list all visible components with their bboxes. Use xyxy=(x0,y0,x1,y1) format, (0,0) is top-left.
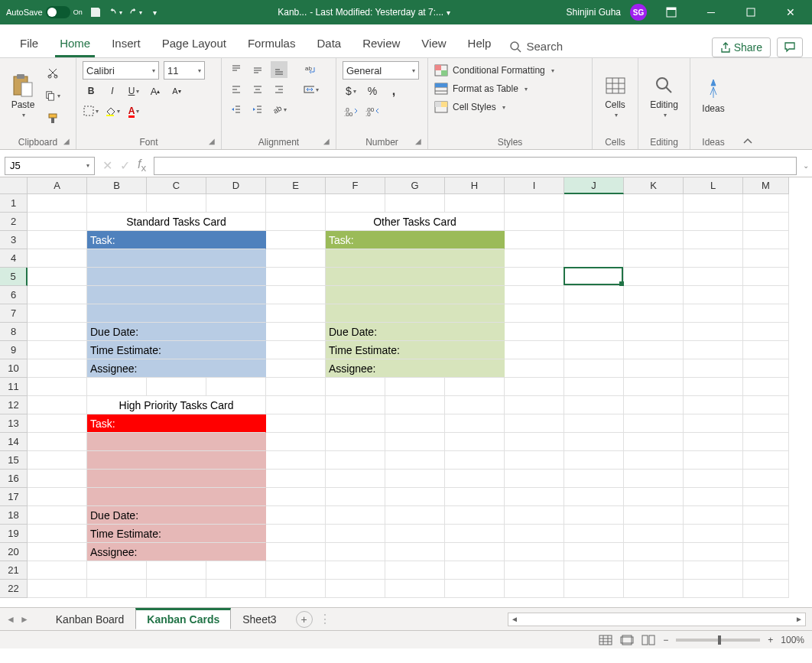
cell[interactable] xyxy=(385,194,445,213)
cell[interactable] xyxy=(147,561,206,580)
dialog-launcher-icon[interactable]: ◢ xyxy=(323,137,333,146)
scroll-right-icon[interactable]: ► xyxy=(793,615,805,623)
cell[interactable] xyxy=(445,194,505,213)
cell[interactable] xyxy=(28,396,87,414)
cell[interactable] xyxy=(326,488,385,506)
cell[interactable] xyxy=(385,580,445,598)
dialog-launcher-icon[interactable]: ◢ xyxy=(209,137,218,146)
cell[interactable] xyxy=(28,506,87,525)
sheet-tab-kanban-cards[interactable]: Kanban Cards xyxy=(135,608,231,629)
cell[interactable] xyxy=(326,506,385,525)
cell[interactable] xyxy=(266,396,326,414)
cell[interactable] xyxy=(326,194,385,213)
column-header[interactable]: A xyxy=(28,177,87,194)
cell[interactable] xyxy=(684,414,743,433)
cell[interactable] xyxy=(684,249,743,268)
cell[interactable] xyxy=(266,286,326,304)
cell[interactable] xyxy=(87,249,266,268)
ribbon-display-icon[interactable] xyxy=(656,0,687,24)
tab-insert[interactable]: Insert xyxy=(101,29,151,57)
cell[interactable]: Standard Tasks Card xyxy=(87,213,266,231)
increase-font-button[interactable]: A▴ xyxy=(147,83,164,99)
cell[interactable] xyxy=(28,451,87,470)
cell[interactable] xyxy=(624,249,684,268)
cell[interactable] xyxy=(206,378,266,396)
cell[interactable] xyxy=(266,194,326,213)
cell[interactable]: Assignee: xyxy=(326,359,505,378)
cell[interactable] xyxy=(505,414,564,433)
cell[interactable] xyxy=(505,580,564,598)
cell[interactable] xyxy=(684,304,743,323)
column-header[interactable]: D xyxy=(206,177,266,194)
cell[interactable] xyxy=(87,561,147,580)
cell[interactable] xyxy=(743,249,789,268)
row-header[interactable]: 3 xyxy=(0,231,28,249)
cell[interactable] xyxy=(326,580,385,598)
cell[interactable] xyxy=(28,268,87,286)
decrease-decimal-button[interactable]: .00.0 xyxy=(364,102,381,119)
cell[interactable] xyxy=(28,323,87,341)
maximize-button[interactable] xyxy=(736,0,766,24)
number-format-combo[interactable]: General▾ xyxy=(343,61,419,80)
dialog-launcher-icon[interactable]: ◢ xyxy=(63,137,73,146)
cell[interactable] xyxy=(28,525,87,543)
row-header[interactable]: 20 xyxy=(0,543,28,561)
cell[interactable]: Time Estimate: xyxy=(87,341,266,359)
cells-button[interactable]: Cells ▾ xyxy=(599,61,632,130)
cell[interactable] xyxy=(564,341,624,359)
column-header[interactable]: H xyxy=(445,177,505,194)
paste-button[interactable]: Paste ▾ xyxy=(6,61,40,130)
row-header[interactable]: 12 xyxy=(0,396,28,414)
cell[interactable] xyxy=(624,433,684,451)
cell[interactable] xyxy=(266,359,326,378)
cell[interactable] xyxy=(564,378,624,396)
cell[interactable] xyxy=(28,378,87,396)
sheet-tab-kanban-board[interactable]: Kanban Board xyxy=(44,609,136,629)
cell[interactable] xyxy=(505,543,564,561)
tab-help[interactable]: Help xyxy=(457,29,502,57)
cell[interactable] xyxy=(87,488,266,506)
format-as-table-button[interactable]: Format as Table▾ xyxy=(434,83,586,95)
align-top-button[interactable] xyxy=(228,61,245,78)
cell[interactable] xyxy=(87,378,147,396)
cell[interactable]: Other Tasks Card xyxy=(326,213,505,231)
cell[interactable] xyxy=(326,396,385,414)
cell[interactable] xyxy=(445,580,505,598)
cell[interactable] xyxy=(564,323,624,341)
cell[interactable] xyxy=(684,580,743,598)
row-header[interactable]: 17 xyxy=(0,488,28,506)
cell[interactable] xyxy=(564,543,624,561)
column-header[interactable]: G xyxy=(385,177,445,194)
accounting-button[interactable]: $▾ xyxy=(343,83,359,99)
cell[interactable] xyxy=(624,268,684,286)
cell[interactable] xyxy=(505,561,564,580)
cell[interactable] xyxy=(564,433,624,451)
search-button[interactable]: Search xyxy=(502,35,570,57)
row-header[interactable]: 8 xyxy=(0,323,28,341)
cell[interactable] xyxy=(266,433,326,451)
tab-splitter[interactable]: ⋮ xyxy=(319,612,333,626)
cell[interactable] xyxy=(684,470,743,488)
cell[interactable] xyxy=(505,470,564,488)
close-button[interactable]: ✕ xyxy=(775,0,806,24)
cell[interactable] xyxy=(326,268,505,286)
cell[interactable] xyxy=(266,268,326,286)
cell[interactable] xyxy=(385,525,445,543)
align-middle-button[interactable] xyxy=(249,61,266,78)
cell[interactable] xyxy=(684,378,743,396)
cell[interactable] xyxy=(28,580,87,598)
cell[interactable]: Due Date: xyxy=(87,323,266,341)
cell[interactable] xyxy=(326,525,385,543)
cell[interactable] xyxy=(385,414,445,433)
cell[interactable] xyxy=(684,231,743,249)
row-header[interactable]: 9 xyxy=(0,341,28,359)
cell[interactable] xyxy=(505,304,564,323)
cell[interactable] xyxy=(266,323,326,341)
column-header[interactable]: E xyxy=(266,177,326,194)
cell[interactable] xyxy=(743,470,789,488)
cell[interactable] xyxy=(743,488,789,506)
row-header[interactable]: 1 xyxy=(0,194,28,213)
cell[interactable] xyxy=(564,194,624,213)
borders-button[interactable]: ▾ xyxy=(83,102,99,119)
editing-button[interactable]: Editing ▾ xyxy=(645,61,684,130)
